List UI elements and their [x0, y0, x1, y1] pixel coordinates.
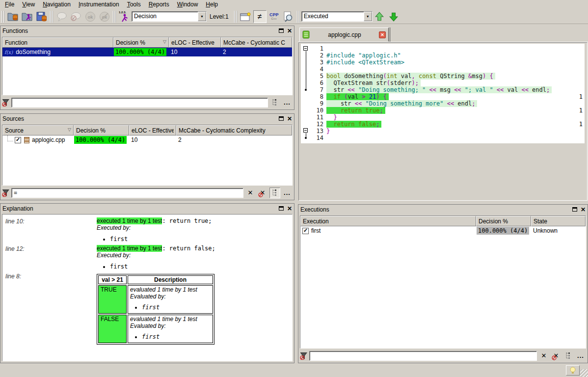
magnifier-document-icon	[283, 11, 294, 22]
code-line-9[interactable]: 9 str << "Doing something more" << endl;	[301, 100, 585, 107]
code-line-1[interactable]: 1	[301, 45, 585, 52]
filter-tree-button[interactable]	[269, 188, 280, 198]
float-panel-icon[interactable]	[279, 116, 284, 121]
menu-help[interactable]: Help	[202, 0, 222, 9]
show-differences-button[interactable]: ≠	[253, 10, 267, 23]
validate-button[interactable]: ok	[83, 10, 97, 23]
new-window-button[interactable]	[239, 10, 252, 23]
sources-filter-input[interactable]	[11, 188, 243, 198]
column-header-decision[interactable]: Decision %	[74, 125, 129, 135]
toolbar-handle[interactable]	[234, 11, 237, 23]
close-panel-icon[interactable]: ✕	[287, 116, 292, 121]
code-line-5[interactable]: 5bool doSomething(int val, const QString…	[301, 73, 585, 80]
hint-button[interactable]	[566, 365, 580, 376]
toolbar-handle[interactable]	[113, 11, 116, 23]
column-header-function[interactable]: Function	[2, 37, 113, 48]
executions-filter-input[interactable]	[309, 351, 537, 361]
close-tab-icon[interactable]: ✕	[379, 31, 386, 38]
filter-more-button[interactable]: ...	[282, 188, 293, 198]
functions-filter-input[interactable]	[11, 98, 268, 108]
code-line-6[interactable]: 6 QTextStream str(stderr);	[301, 80, 585, 86]
line-number: 12	[301, 121, 323, 128]
condition-true-description: evaluated 1 time by 1 test Evaluated by:…	[128, 285, 213, 314]
fold-collapse-icon[interactable]	[303, 46, 308, 51]
code-view[interactable]: 12#include "applogic.h"3#include <QTextS…	[298, 42, 588, 201]
filter-clear-button[interactable]: ✕	[538, 350, 549, 361]
coverage-level-button[interactable]: 1.2.3.	[118, 10, 131, 23]
previous-execution-button[interactable]	[373, 10, 386, 23]
filter-disable-button[interactable]: ✕	[257, 188, 268, 198]
chevron-down-icon[interactable]: ▼	[364, 12, 372, 21]
remove-comment-button[interactable]	[69, 10, 82, 23]
code-line-11[interactable]: 11 }	[301, 114, 585, 121]
filter-clear-button[interactable]: ✕	[245, 188, 256, 198]
column-header-state[interactable]: State	[531, 216, 586, 226]
column-header-eloc[interactable]: eLOC - Effective	[129, 125, 176, 135]
filter-disable-button[interactable]: ✕	[551, 350, 561, 361]
toolbar-handle[interactable]	[50, 11, 53, 23]
preview-button[interactable]	[282, 10, 295, 23]
test-list: first	[110, 263, 289, 270]
column-header-mccabe[interactable]: McCabe - Cyclomatic Complexity	[176, 125, 292, 135]
menu-view[interactable]: View	[18, 0, 39, 9]
sources-table-header: Source▽ Decision % eLOC - Effective McCa…	[2, 125, 292, 135]
code-line-7[interactable]: 7 str << "Doing something; " << msg << "…	[301, 86, 585, 93]
column-header-source[interactable]: Source▽	[2, 125, 74, 135]
save-session-button[interactable]	[35, 10, 48, 23]
close-panel-icon[interactable]: ✕	[581, 207, 586, 212]
show-source-button[interactable]: CPP C++	[267, 10, 281, 23]
code-line-13[interactable]: 13}	[301, 128, 585, 135]
menu-tools[interactable]: Tools	[123, 0, 145, 9]
table-row-applogic[interactable]: ✓ applogic.cpp 100.000% (4/4) 10 2	[2, 135, 292, 144]
code-text: str << "Doing something more" << endl;	[323, 100, 574, 107]
covered-line-highlight: if (val > 21) {	[326, 93, 389, 100]
menu-file[interactable]: File	[1, 0, 18, 9]
toolbar-handle[interactable]	[297, 11, 300, 23]
source-checkbox[interactable]: ✓	[15, 137, 21, 143]
menu-navigation[interactable]: Navigation	[39, 0, 75, 9]
invalidate-button[interactable]: ok	[98, 10, 111, 23]
code-line-8[interactable]: 8 if (val > 21) {1	[301, 93, 585, 100]
code-line-12[interactable]: 12 return false;1	[301, 121, 585, 128]
code-line-14[interactable]: 14	[301, 135, 585, 141]
filter-tree-button[interactable]	[269, 97, 280, 108]
code-line-2[interactable]: 2#include "applogic.h"	[301, 52, 585, 59]
line-number: 14	[301, 135, 323, 141]
column-header-eloc[interactable]: eLOC - Effective	[169, 37, 221, 48]
column-header-execution[interactable]: Execution	[300, 216, 476, 226]
filter-tree-button[interactable]	[563, 350, 574, 361]
code-line-10[interactable]: 10 return true;1	[301, 107, 585, 114]
chevron-down-icon[interactable]: ▼	[198, 12, 206, 21]
filter-more-button[interactable]: ...	[282, 97, 293, 108]
float-panel-icon[interactable]	[572, 207, 577, 212]
fold-collapse-icon[interactable]	[303, 128, 308, 133]
close-panel-icon[interactable]: ✕	[287, 28, 292, 33]
close-panel-icon[interactable]: ✕	[287, 206, 292, 211]
execution-filter-combo[interactable]: Executed ▼	[301, 11, 373, 22]
menu-reports[interactable]: Reports	[145, 0, 173, 9]
functions-filterbar: ...	[2, 96, 293, 108]
coverage-mode-combo[interactable]: Decision ▼	[132, 11, 207, 22]
menu-instrumentation[interactable]: Instrumentation	[75, 0, 123, 9]
table-row-first[interactable]: ✓ first 100.000% (4/4) Unknown	[300, 226, 586, 235]
code-line-3[interactable]: 3#include <QTextStream>	[301, 59, 585, 66]
resize-grip[interactable]	[580, 369, 588, 377]
table-row-dosomething[interactable]: f(x)doSomething 100.000% (4/4) 10 2	[2, 48, 292, 56]
float-panel-icon[interactable]	[279, 206, 284, 211]
tab-applogic-cpp[interactable]: applogic.cpp ✕	[299, 27, 389, 42]
menu-window[interactable]: Window	[173, 0, 202, 9]
next-execution-button[interactable]	[387, 10, 401, 23]
open-execution-folder-button[interactable]	[21, 10, 34, 23]
column-header-decision[interactable]: Decision %▽	[113, 37, 169, 48]
float-panel-icon[interactable]	[279, 28, 284, 33]
column-header-mccabe[interactable]: McCabe - Cyclomatic C	[221, 37, 292, 48]
filter-more-button[interactable]: ...	[575, 350, 586, 361]
column-header-decision[interactable]: Decision %	[476, 216, 531, 226]
open-session-button[interactable]	[6, 10, 20, 23]
comment-button[interactable]	[55, 10, 68, 23]
condition-header: val > 21	[98, 275, 127, 284]
execution-checkbox[interactable]: ✓	[302, 228, 309, 234]
toolbar-handle[interactable]	[1, 11, 4, 23]
truth-row-true: TRUE evaluated 1 time by 1 test Evaluate…	[98, 285, 213, 314]
code-line-4[interactable]: 4	[301, 66, 585, 73]
